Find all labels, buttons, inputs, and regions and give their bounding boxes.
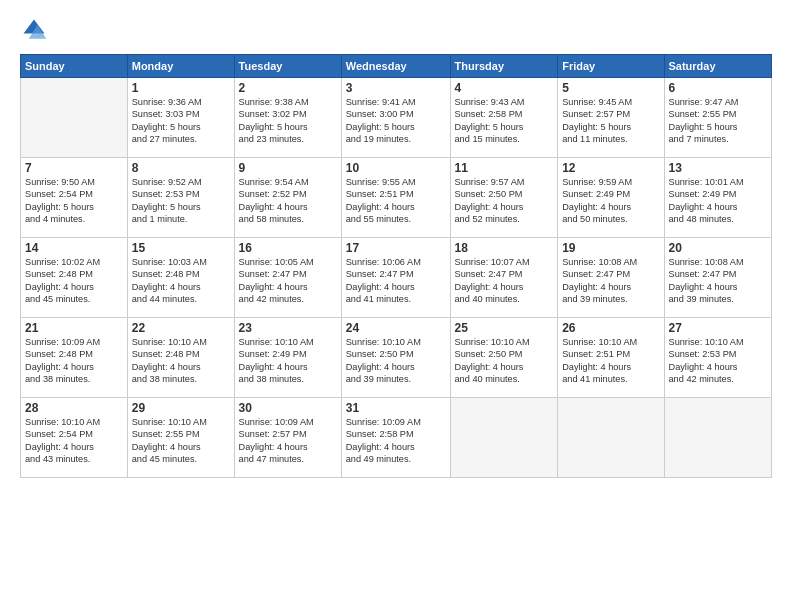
day-info: Sunrise: 10:10 AM Sunset: 2:51 PM Daylig… <box>562 336 659 386</box>
day-number: 10 <box>346 161 446 175</box>
calendar-cell: 18Sunrise: 10:07 AM Sunset: 2:47 PM Dayl… <box>450 238 558 318</box>
calendar-cell <box>450 398 558 478</box>
calendar-header-tuesday: Tuesday <box>234 55 341 78</box>
day-number: 22 <box>132 321 230 335</box>
calendar-cell: 10Sunrise: 9:55 AM Sunset: 2:51 PM Dayli… <box>341 158 450 238</box>
day-info: Sunrise: 10:05 AM Sunset: 2:47 PM Daylig… <box>239 256 337 306</box>
day-number: 17 <box>346 241 446 255</box>
day-info: Sunrise: 9:50 AM Sunset: 2:54 PM Dayligh… <box>25 176 123 226</box>
calendar-cell: 14Sunrise: 10:02 AM Sunset: 2:48 PM Dayl… <box>21 238 128 318</box>
calendar-cell: 30Sunrise: 10:09 AM Sunset: 2:57 PM Dayl… <box>234 398 341 478</box>
calendar-header-saturday: Saturday <box>664 55 772 78</box>
day-info: Sunrise: 10:10 AM Sunset: 2:50 PM Daylig… <box>346 336 446 386</box>
calendar: SundayMondayTuesdayWednesdayThursdayFrid… <box>20 54 772 478</box>
calendar-week-4: 21Sunrise: 10:09 AM Sunset: 2:48 PM Dayl… <box>21 318 772 398</box>
calendar-cell: 29Sunrise: 10:10 AM Sunset: 2:55 PM Dayl… <box>127 398 234 478</box>
day-info: Sunrise: 9:38 AM Sunset: 3:02 PM Dayligh… <box>239 96 337 146</box>
calendar-cell: 2Sunrise: 9:38 AM Sunset: 3:02 PM Daylig… <box>234 78 341 158</box>
day-info: Sunrise: 9:57 AM Sunset: 2:50 PM Dayligh… <box>455 176 554 226</box>
calendar-cell: 8Sunrise: 9:52 AM Sunset: 2:53 PM Daylig… <box>127 158 234 238</box>
day-number: 27 <box>669 321 768 335</box>
day-number: 26 <box>562 321 659 335</box>
day-info: Sunrise: 10:08 AM Sunset: 2:47 PM Daylig… <box>669 256 768 306</box>
calendar-cell: 7Sunrise: 9:50 AM Sunset: 2:54 PM Daylig… <box>21 158 128 238</box>
calendar-header-monday: Monday <box>127 55 234 78</box>
day-number: 19 <box>562 241 659 255</box>
day-info: Sunrise: 9:43 AM Sunset: 2:58 PM Dayligh… <box>455 96 554 146</box>
day-number: 28 <box>25 401 123 415</box>
day-number: 14 <box>25 241 123 255</box>
day-info: Sunrise: 9:59 AM Sunset: 2:49 PM Dayligh… <box>562 176 659 226</box>
day-info: Sunrise: 9:52 AM Sunset: 2:53 PM Dayligh… <box>132 176 230 226</box>
day-info: Sunrise: 10:10 AM Sunset: 2:49 PM Daylig… <box>239 336 337 386</box>
day-number: 30 <box>239 401 337 415</box>
day-number: 12 <box>562 161 659 175</box>
logo-icon <box>20 16 48 44</box>
day-number: 20 <box>669 241 768 255</box>
calendar-header-wednesday: Wednesday <box>341 55 450 78</box>
day-info: Sunrise: 9:55 AM Sunset: 2:51 PM Dayligh… <box>346 176 446 226</box>
calendar-cell: 1Sunrise: 9:36 AM Sunset: 3:03 PM Daylig… <box>127 78 234 158</box>
day-number: 23 <box>239 321 337 335</box>
day-info: Sunrise: 10:09 AM Sunset: 2:48 PM Daylig… <box>25 336 123 386</box>
day-number: 9 <box>239 161 337 175</box>
day-info: Sunrise: 10:03 AM Sunset: 2:48 PM Daylig… <box>132 256 230 306</box>
calendar-cell: 21Sunrise: 10:09 AM Sunset: 2:48 PM Dayl… <box>21 318 128 398</box>
calendar-cell: 6Sunrise: 9:47 AM Sunset: 2:55 PM Daylig… <box>664 78 772 158</box>
day-info: Sunrise: 10:09 AM Sunset: 2:57 PM Daylig… <box>239 416 337 466</box>
calendar-cell: 13Sunrise: 10:01 AM Sunset: 2:49 PM Dayl… <box>664 158 772 238</box>
calendar-week-5: 28Sunrise: 10:10 AM Sunset: 2:54 PM Dayl… <box>21 398 772 478</box>
day-info: Sunrise: 9:54 AM Sunset: 2:52 PM Dayligh… <box>239 176 337 226</box>
calendar-cell <box>558 398 664 478</box>
day-number: 1 <box>132 81 230 95</box>
day-info: Sunrise: 9:36 AM Sunset: 3:03 PM Dayligh… <box>132 96 230 146</box>
calendar-cell: 23Sunrise: 10:10 AM Sunset: 2:49 PM Dayl… <box>234 318 341 398</box>
calendar-cell: 5Sunrise: 9:45 AM Sunset: 2:57 PM Daylig… <box>558 78 664 158</box>
day-info: Sunrise: 10:10 AM Sunset: 2:48 PM Daylig… <box>132 336 230 386</box>
day-info: Sunrise: 10:01 AM Sunset: 2:49 PM Daylig… <box>669 176 768 226</box>
calendar-week-3: 14Sunrise: 10:02 AM Sunset: 2:48 PM Dayl… <box>21 238 772 318</box>
day-info: Sunrise: 10:10 AM Sunset: 2:50 PM Daylig… <box>455 336 554 386</box>
calendar-cell: 31Sunrise: 10:09 AM Sunset: 2:58 PM Dayl… <box>341 398 450 478</box>
calendar-week-2: 7Sunrise: 9:50 AM Sunset: 2:54 PM Daylig… <box>21 158 772 238</box>
day-number: 6 <box>669 81 768 95</box>
calendar-cell: 16Sunrise: 10:05 AM Sunset: 2:47 PM Dayl… <box>234 238 341 318</box>
calendar-header-sunday: Sunday <box>21 55 128 78</box>
calendar-cell: 26Sunrise: 10:10 AM Sunset: 2:51 PM Dayl… <box>558 318 664 398</box>
calendar-cell: 25Sunrise: 10:10 AM Sunset: 2:50 PM Dayl… <box>450 318 558 398</box>
calendar-cell: 22Sunrise: 10:10 AM Sunset: 2:48 PM Dayl… <box>127 318 234 398</box>
day-info: Sunrise: 10:02 AM Sunset: 2:48 PM Daylig… <box>25 256 123 306</box>
day-number: 5 <box>562 81 659 95</box>
calendar-header-row: SundayMondayTuesdayWednesdayThursdayFrid… <box>21 55 772 78</box>
calendar-cell: 3Sunrise: 9:41 AM Sunset: 3:00 PM Daylig… <box>341 78 450 158</box>
calendar-cell: 12Sunrise: 9:59 AM Sunset: 2:49 PM Dayli… <box>558 158 664 238</box>
calendar-cell: 17Sunrise: 10:06 AM Sunset: 2:47 PM Dayl… <box>341 238 450 318</box>
calendar-cell: 28Sunrise: 10:10 AM Sunset: 2:54 PM Dayl… <box>21 398 128 478</box>
day-info: Sunrise: 10:08 AM Sunset: 2:47 PM Daylig… <box>562 256 659 306</box>
calendar-cell <box>21 78 128 158</box>
day-number: 18 <box>455 241 554 255</box>
day-number: 15 <box>132 241 230 255</box>
day-number: 7 <box>25 161 123 175</box>
day-number: 25 <box>455 321 554 335</box>
day-number: 21 <box>25 321 123 335</box>
calendar-cell <box>664 398 772 478</box>
calendar-cell: 9Sunrise: 9:54 AM Sunset: 2:52 PM Daylig… <box>234 158 341 238</box>
day-number: 11 <box>455 161 554 175</box>
day-number: 16 <box>239 241 337 255</box>
calendar-header-friday: Friday <box>558 55 664 78</box>
logo <box>20 16 52 44</box>
calendar-cell: 19Sunrise: 10:08 AM Sunset: 2:47 PM Dayl… <box>558 238 664 318</box>
calendar-cell: 15Sunrise: 10:03 AM Sunset: 2:48 PM Dayl… <box>127 238 234 318</box>
day-number: 2 <box>239 81 337 95</box>
day-number: 4 <box>455 81 554 95</box>
day-info: Sunrise: 9:41 AM Sunset: 3:00 PM Dayligh… <box>346 96 446 146</box>
day-info: Sunrise: 10:10 AM Sunset: 2:54 PM Daylig… <box>25 416 123 466</box>
calendar-cell: 4Sunrise: 9:43 AM Sunset: 2:58 PM Daylig… <box>450 78 558 158</box>
calendar-cell: 11Sunrise: 9:57 AM Sunset: 2:50 PM Dayli… <box>450 158 558 238</box>
calendar-cell: 24Sunrise: 10:10 AM Sunset: 2:50 PM Dayl… <box>341 318 450 398</box>
calendar-cell: 20Sunrise: 10:08 AM Sunset: 2:47 PM Dayl… <box>664 238 772 318</box>
calendar-week-1: 1Sunrise: 9:36 AM Sunset: 3:03 PM Daylig… <box>21 78 772 158</box>
day-number: 3 <box>346 81 446 95</box>
day-info: Sunrise: 9:47 AM Sunset: 2:55 PM Dayligh… <box>669 96 768 146</box>
